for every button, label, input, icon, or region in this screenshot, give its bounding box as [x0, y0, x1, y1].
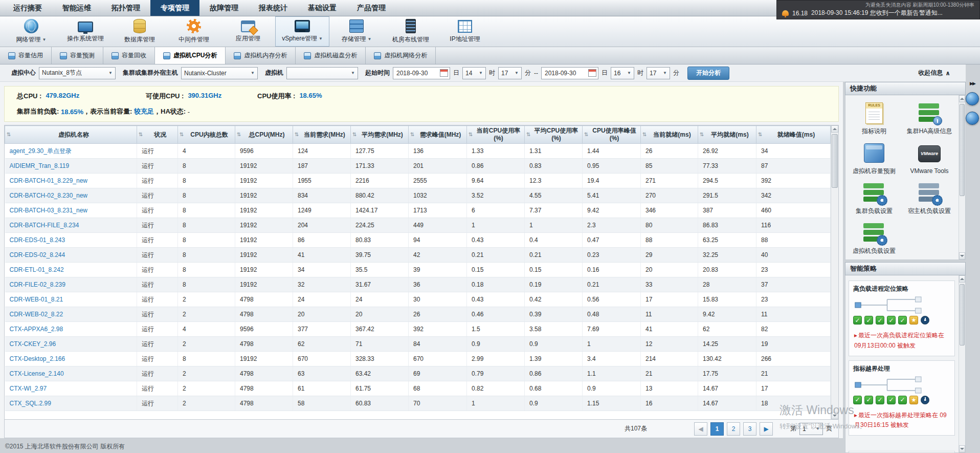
page-number-select[interactable]: 1 ▼ — [799, 423, 823, 435]
column-header[interactable]: ⇅平均就绪(ms) — [698, 126, 756, 144]
table-scrollbar[interactable] — [831, 125, 838, 419]
notification-message[interactable]: 2018-09-30 15:46:19 您收到一个最新告警通知... — [811, 9, 943, 17]
vm-name-link[interactable]: CDR-WEB-01_8.21 — [10, 296, 63, 303]
quick-item-ha-info[interactable]: 集群HA高级信息 — [902, 99, 957, 138]
column-header[interactable]: ⇅状况 — [137, 126, 178, 144]
tools-float-icon[interactable] — [966, 112, 979, 125]
collapse-panel-icon[interactable]: ▶▶ — [970, 81, 975, 86]
end-date-input[interactable]: 2018-09-30 — [541, 67, 598, 79]
top-nav-tab-topology[interactable]: 拓扑管理 — [101, 0, 150, 16]
scroll-up-icon[interactable] — [831, 125, 838, 133]
top-nav-tab-product-mgmt[interactable]: 产品管理 — [347, 0, 396, 16]
scrollbar-thumb[interactable] — [832, 134, 838, 188]
vm-name-link[interactable]: CTX-License_2.140 — [10, 370, 64, 377]
quick-item-rules[interactable]: RULES指标说明 — [847, 99, 902, 138]
vm-name-link[interactable]: CDR-BATCH-02_8.230_new — [10, 192, 88, 199]
page-button-1[interactable]: 1 — [710, 422, 724, 436]
clock-icon[interactable] — [921, 316, 929, 325]
quick-item-cluster-load[interactable]: 集群负载设置 — [847, 179, 902, 218]
vm-name-link[interactable]: agent_29.30_单点登录 — [10, 147, 72, 155]
start-minute-select[interactable]: 17 ▼ — [498, 67, 522, 79]
vm-name-link[interactable]: CDR-ETL-01_8.242 — [10, 266, 64, 273]
vm-name-link[interactable]: CDR-EDS-01_8.243 — [10, 236, 65, 244]
column-header[interactable]: ⇅当前CPU使用率 (%) — [467, 126, 525, 144]
scroll-up-icon[interactable] — [959, 95, 965, 102]
vm-name-link[interactable]: CTX-CKEY_2.96 — [10, 340, 56, 348]
vm-name-link[interactable]: CDR-WEB-02_8.22 — [10, 311, 63, 318]
column-header[interactable]: ⇅就绪峰值(ms) — [756, 126, 831, 144]
column-header[interactable]: ⇅当前需求(MHz) — [293, 126, 351, 144]
top-nav-tab-run-summary[interactable]: 运行摘要 — [3, 0, 52, 16]
top-nav-tab-fault-mgmt[interactable]: 故障管理 — [199, 0, 249, 16]
vm-name-link[interactable]: CTX-WI_2.97 — [10, 385, 47, 392]
start-hour-select[interactable]: 14 ▼ — [462, 67, 486, 79]
top-nav-tab-report-stats[interactable]: 报表统计 — [249, 0, 298, 16]
calendar-icon[interactable] — [588, 69, 596, 77]
start-analysis-button[interactable]: 开始分析 — [687, 67, 729, 80]
subtab-vm-network[interactable]: 虚拟机网络分析 — [366, 47, 436, 64]
scroll-down-icon[interactable] — [959, 252, 965, 260]
clock-icon[interactable] — [921, 396, 929, 404]
module-item-application[interactable]: 应用管理 — [221, 16, 275, 47]
subtab-capacity-usage[interactable]: 容量估用 — [0, 47, 52, 64]
column-header[interactable]: ⇅平均CPU使用率 (%) — [525, 126, 583, 144]
module-item-middleware[interactable]: 中间件管理 — [167, 16, 221, 47]
quick-item-vmware-tools[interactable]: VMwareVMware Tools — [902, 139, 957, 178]
quick-item-vm-capacity[interactable]: 虚拟机容量预测 — [847, 139, 902, 178]
column-header[interactable]: ⇅CPU内核总数 — [178, 126, 235, 144]
notification-toast[interactable]: 为避免丢失消息内容 刷新周期10:00-1380分钟率 16.18 2018-0… — [776, 0, 980, 19]
next-page-button[interactable]: ▶ — [760, 422, 773, 436]
scroll-down-icon[interactable] — [831, 412, 838, 419]
column-header[interactable]: ⇅CPU使用率峰值 (%) — [583, 126, 641, 144]
vm-name-link[interactable]: CDR-FILE-02_8.239 — [10, 281, 65, 288]
vm-name-link[interactable]: CDR-EDS-02_8.244 — [10, 251, 65, 258]
subtab-vm-disk[interactable]: 虚拟机磁盘分析 — [296, 47, 366, 64]
column-header[interactable]: ⇅当前就绪(ms) — [641, 126, 698, 144]
quick-item-vm-load[interactable]: 虚拟机负载设置 — [847, 219, 902, 258]
subtab-capacity-recycle[interactable]: 容量回收 — [103, 47, 155, 64]
column-header[interactable]: ⇅平均需求(MHz) — [351, 126, 409, 144]
vm-name-link[interactable]: CDR-BATCH-FILE_8.234 — [10, 222, 79, 229]
end-hour-select[interactable]: 16 ▼ — [611, 67, 634, 79]
page-button-2[interactable]: 2 — [727, 422, 740, 436]
top-nav-tab-intelligent-ops[interactable]: 智能运维 — [52, 0, 101, 16]
calendar-icon[interactable] — [440, 69, 448, 77]
scrollbar-thumb[interactable] — [960, 284, 965, 346]
vm-name-link[interactable]: AIDIEMR_Tran_8.119 — [10, 162, 70, 169]
column-header[interactable]: ⇅总CPU(MHz) — [235, 126, 293, 144]
page-button-3[interactable]: 3 — [743, 422, 756, 436]
module-item-storage[interactable]: 存储管理▼ — [329, 16, 384, 47]
vm-name-link[interactable]: CTX_SQL.2.99 — [10, 400, 51, 407]
vm-name-link[interactable]: CTX-Desktop_2.166 — [10, 355, 65, 362]
module-item-os[interactable]: 操作系统管理 — [58, 16, 113, 47]
subtab-capacity-forecast[interactable]: 容量预测 — [52, 47, 103, 64]
vcenter-select[interactable]: Nutanix_8节点 ▼ — [39, 67, 116, 79]
quick-access-float-icon[interactable] — [966, 92, 979, 105]
strategy-panel-scrollbar[interactable] — [959, 275, 965, 452]
quick-panel-scrollbar[interactable] — [959, 95, 965, 260]
module-item-ip[interactable]: IP地址管理 — [438, 16, 492, 47]
capacity-status-link[interactable]: 较充足 — [134, 107, 154, 116]
column-header[interactable]: ⇅需求峰值(MHz) — [409, 126, 467, 144]
scroll-up-icon[interactable] — [959, 275, 965, 283]
end-minute-select[interactable]: 17 ▼ — [647, 67, 670, 79]
column-header[interactable]: ⇅虚拟机名称 — [5, 126, 137, 144]
vm-name-link[interactable]: CDR-BATCH-01_8.229_new — [10, 177, 88, 184]
scroll-down-icon[interactable] — [959, 445, 965, 452]
top-nav-tab-basic-settings[interactable]: 基础设置 — [298, 0, 347, 16]
cluster-select[interactable]: Nutanix-Cluster ▼ — [181, 67, 258, 79]
vm-name-link[interactable]: CTX-APPXA6_2.98 — [10, 326, 63, 333]
collapse-info-link[interactable]: 收起信息 ∧ — [918, 69, 950, 77]
subtab-vm-memory[interactable]: 虚拟机内存分析 — [226, 47, 296, 64]
quick-item-host-load[interactable]: 宿主机负载设置 — [902, 179, 957, 218]
vm-name-link[interactable]: CDR-BATCH-03_8.231_new — [10, 207, 88, 214]
top-nav-tab-special-mgmt[interactable]: 专项管理 — [150, 0, 199, 16]
module-item-vsphere[interactable]: vSphere管理▼ — [275, 16, 329, 47]
prev-page-button[interactable]: ◀ — [694, 422, 707, 436]
module-item-cabling[interactable]: 机房布线管理 — [384, 16, 438, 47]
subtab-vm-cpu[interactable]: 虚拟机CPU分析 — [155, 47, 226, 64]
module-item-network[interactable]: 网络管理▼ — [4, 16, 58, 47]
scrollbar-thumb[interactable] — [960, 104, 965, 196]
vm-select[interactable]: ▼ — [286, 67, 358, 79]
start-date-input[interactable]: 2018-09-30 — [393, 67, 450, 79]
